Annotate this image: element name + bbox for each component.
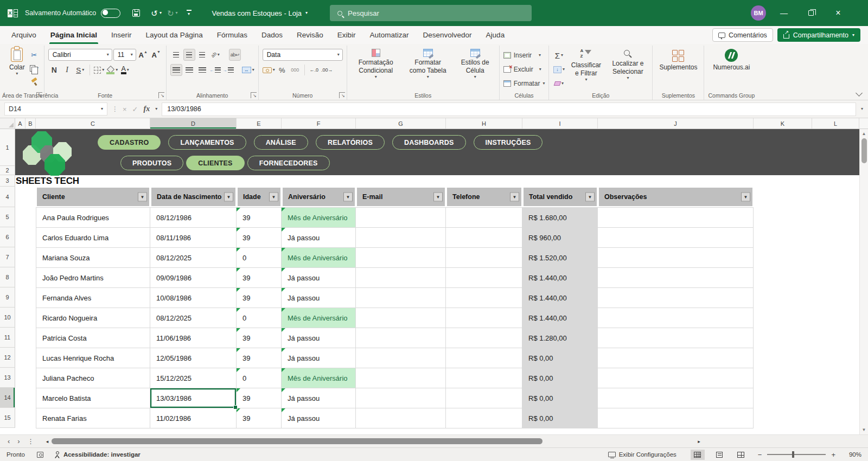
- customize-toolbar-icon[interactable]: ▾: [187, 10, 192, 16]
- cell-nascimento[interactable]: 08/12/2025: [150, 248, 237, 268]
- table-header-telefone[interactable]: Telefone▼: [446, 187, 522, 207]
- filter-button-total-vendido[interactable]: ▼: [585, 193, 595, 202]
- row-header-9[interactable]: 9: [0, 287, 15, 308]
- tab-dados[interactable]: Dados: [254, 26, 290, 44]
- cell-total[interactable]: R$ 1.440,00: [522, 308, 598, 328]
- format-cells-button[interactable]: Formatar▾: [503, 78, 545, 89]
- name-box[interactable]: D14 ▾: [4, 103, 107, 116]
- cell-telefone[interactable]: [446, 368, 522, 388]
- cell-email[interactable]: [356, 228, 446, 248]
- column-header-e[interactable]: E: [237, 118, 282, 129]
- align-center-button[interactable]: [183, 64, 195, 76]
- table-header-e-mail[interactable]: E-mail▼: [356, 187, 446, 207]
- comments-button[interactable]: Comentários: [712, 28, 773, 42]
- font-name-select[interactable]: Calibri▾: [48, 49, 112, 61]
- cell-cliente[interactable]: Ricardo Nogueira: [36, 308, 150, 328]
- cancel-entry-icon[interactable]: ×: [123, 105, 127, 113]
- hscroll-left-icon[interactable]: ◂: [46, 439, 49, 444]
- cell-email[interactable]: [356, 308, 446, 328]
- hscroll-right-icon[interactable]: ▸: [698, 439, 700, 444]
- cell-aniversario[interactable]: Mês de Aniversário: [282, 368, 356, 388]
- collapse-ribbon-icon[interactable]: [856, 89, 863, 97]
- increase-font-button[interactable]: A▲: [137, 49, 149, 61]
- vertical-scroll-thumb[interactable]: [861, 138, 867, 163]
- percent-format-button[interactable]: %: [276, 64, 288, 76]
- column-header-j[interactable]: J: [598, 118, 754, 129]
- borders-button[interactable]: ▾: [93, 64, 105, 76]
- align-top-button[interactable]: [170, 49, 182, 61]
- cell-nascimento[interactable]: 08/12/1986: [150, 208, 237, 228]
- scroll-up-icon[interactable]: ▲: [862, 129, 866, 138]
- cell-obs[interactable]: [598, 288, 754, 308]
- cell-aniversario[interactable]: Já passou: [282, 268, 356, 288]
- column-header-c[interactable]: C: [36, 118, 150, 129]
- cell-nascimento[interactable]: 12/05/1986: [150, 348, 237, 368]
- format-as-table-button[interactable]: Formatar como Tabela▾: [403, 47, 453, 91]
- restore-button[interactable]: [799, 0, 824, 26]
- tab-inserir[interactable]: Inserir: [104, 26, 139, 44]
- cell-obs[interactable]: [598, 408, 754, 428]
- cell-idade[interactable]: 0: [237, 308, 282, 328]
- cell-nascimento[interactable]: 15/12/2025: [150, 368, 237, 388]
- next-sheet-icon[interactable]: ›: [17, 437, 20, 445]
- cell-telefone[interactable]: [446, 288, 522, 308]
- filter-button-aniversario[interactable]: ▼: [343, 193, 353, 202]
- cell-telefone[interactable]: [446, 248, 522, 268]
- format-painter-button[interactable]: [28, 76, 40, 88]
- formula-input[interactable]: 13/03/1986: [162, 103, 856, 116]
- tab-desenvolvedor[interactable]: Desenvolvedor: [416, 26, 479, 44]
- cell-cliente[interactable]: Ana Paula Rodrigues: [36, 208, 150, 228]
- row-header-10[interactable]: 10: [0, 308, 15, 328]
- row-header-3[interactable]: 3: [0, 175, 15, 187]
- cell-telefone[interactable]: [446, 268, 522, 288]
- increase-decimal-button[interactable]: ←.0: [308, 64, 320, 76]
- tab-arquivo[interactable]: Arquivo: [4, 26, 43, 44]
- row-header-7[interactable]: 7: [0, 247, 15, 267]
- cell-aniversario[interactable]: Já passou: [282, 328, 356, 348]
- cell-nascimento[interactable]: 08/11/1986: [150, 228, 237, 248]
- row-header-6[interactable]: 6: [0, 227, 15, 247]
- avatar[interactable]: BM: [751, 5, 766, 21]
- cell-telefone[interactable]: [446, 208, 522, 228]
- cell-cliente[interactable]: Marcelo Batista: [36, 388, 150, 408]
- cell-nascimento[interactable]: 11/06/1986: [150, 328, 237, 348]
- cell-total[interactable]: R$ 1.680,00: [522, 208, 598, 228]
- column-header-i[interactable]: I: [522, 118, 598, 129]
- cell-email[interactable]: [356, 288, 446, 308]
- accessibility-status[interactable]: Acessibilidade: investigar: [54, 451, 141, 458]
- decrease-font-button[interactable]: A▼: [150, 49, 162, 61]
- formula-bar-kebab-icon[interactable]: ⋮: [112, 105, 118, 113]
- row-header-4[interactable]: 4: [0, 187, 15, 207]
- select-all-corner[interactable]: [0, 118, 15, 129]
- vertical-scrollbar[interactable]: ▲ ▼: [859, 129, 868, 434]
- undo-icon[interactable]: ↺: [151, 9, 158, 17]
- page-break-view-button[interactable]: [734, 450, 748, 460]
- cell-telefone[interactable]: [446, 388, 522, 408]
- row-header-5[interactable]: 5: [0, 207, 15, 227]
- cell-telefone[interactable]: [446, 308, 522, 328]
- addins-button[interactable]: Suplementos: [656, 47, 700, 91]
- insert-cells-button[interactable]: Inserir▾: [503, 49, 545, 61]
- horizontal-scroll-thumb[interactable]: [52, 438, 542, 444]
- table-header-aniversario[interactable]: Aniversário▼: [282, 187, 356, 207]
- decrease-indent-button[interactable]: ←: [209, 64, 221, 76]
- nav-button-clientes[interactable]: CLIENTES: [186, 156, 244, 170]
- nav-button-analise[interactable]: ANÁLISE: [254, 135, 308, 150]
- horizontal-scrollbar[interactable]: [50, 438, 693, 445]
- row-header-14[interactable]: 14: [0, 388, 15, 408]
- cell-total[interactable]: R$ 1.280,00: [522, 328, 598, 348]
- filter-button-data-de-nascimento[interactable]: ▼: [224, 193, 233, 202]
- nav-button-fornecedores[interactable]: FORNECEDORES: [247, 156, 330, 170]
- cell-email[interactable]: [356, 368, 446, 388]
- cell-idade[interactable]: 39: [237, 348, 282, 368]
- sheet-menu-kebab-icon[interactable]: ⋮: [28, 438, 34, 445]
- minimize-button[interactable]: —: [771, 0, 796, 26]
- row-header-8[interactable]: 8: [0, 267, 15, 287]
- column-header-k[interactable]: K: [754, 118, 812, 129]
- document-title[interactable]: Vendas com Estoques - Loja▾: [212, 9, 308, 17]
- row-header-15[interactable]: 15: [0, 408, 15, 428]
- search-input[interactable]: Pesquisar: [330, 5, 532, 21]
- cell-nascimento[interactable]: 13/03/1986: [150, 388, 237, 408]
- number-dialog-launcher[interactable]: ↘: [339, 92, 345, 98]
- zoom-slider[interactable]: [767, 454, 826, 455]
